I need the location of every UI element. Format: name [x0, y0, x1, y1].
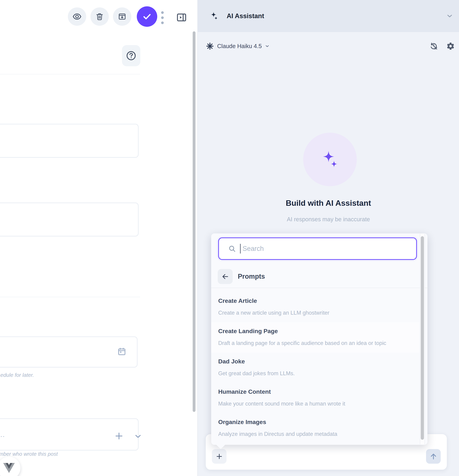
archive-button[interactable]: [113, 7, 131, 26]
plus-icon: [215, 453, 223, 460]
prompts-section-header: Prompts: [218, 269, 265, 284]
author-field-value: ..: [0, 431, 5, 438]
author-hint-text: mber who wrote this post: [0, 451, 58, 457]
search-input[interactable]: [218, 238, 417, 260]
clear-history-icon[interactable]: [430, 42, 438, 50]
v-logo: [0, 457, 20, 476]
slug-field[interactable]: [0, 203, 139, 236]
prompt-item[interactable]: Dad Joke Get great dad jokes from LLMs.: [211, 353, 419, 383]
delete-button[interactable]: [90, 7, 109, 26]
panel-title: AI Assistant: [227, 12, 264, 20]
prompt-title: Organize Images: [218, 418, 412, 425]
sidebar-toggle-button[interactable]: [176, 12, 187, 23]
popup-tail: [216, 444, 225, 449]
save-check-icon: [142, 12, 152, 21]
model-bar: Claude Haiku 4.5: [198, 32, 459, 60]
help-button[interactable]: [122, 45, 140, 66]
more-options-button[interactable]: [161, 11, 164, 24]
publish-date-field[interactable]: [0, 336, 138, 367]
attach-button[interactable]: [212, 449, 226, 464]
add-icon[interactable]: [114, 431, 124, 441]
empty-state-title: Build with AI Assistant: [198, 199, 459, 208]
prompt-description: Analyze images in Directus and update me…: [218, 430, 394, 438]
arrow-up-icon: [429, 452, 437, 460]
section-title: Prompts: [238, 273, 265, 280]
prompt-title: Dad Joke: [218, 358, 412, 365]
title-field[interactable]: [0, 124, 139, 158]
archive-icon: [118, 12, 126, 21]
schedule-hint-text: edule for later.: [0, 372, 34, 378]
prompt-title: Create Landing Page: [218, 327, 412, 335]
prompt-description: Make your content sound more like a huma…: [218, 400, 394, 408]
prompt-item[interactable]: Create Article Create a new article usin…: [211, 292, 419, 322]
prompt-description: Draft a landing page for a specific audi…: [218, 339, 394, 347]
prompt-title: Create Article: [218, 297, 412, 304]
sparkles-icon: [319, 148, 341, 171]
back-button[interactable]: [218, 269, 233, 284]
prompt-item[interactable]: Create Landing Page Draft a landing page…: [211, 322, 419, 353]
section-divider: [0, 74, 140, 74]
arrow-left-icon: [221, 273, 229, 280]
prompt-list: Create Article Create a new article usin…: [211, 288, 419, 443]
send-button[interactable]: [426, 449, 441, 464]
prompt-item[interactable]: Organize Images Analyze images in Direct…: [211, 413, 419, 443]
preview-button[interactable]: [68, 7, 86, 26]
save-button[interactable]: [137, 6, 157, 27]
section-divider: [0, 297, 140, 297]
kebab-menu-icon: [161, 11, 164, 14]
text-caret: [240, 244, 241, 254]
ai-empty-state-graphic: [303, 133, 357, 186]
preview-eye-icon: [72, 12, 82, 21]
chevron-down-icon[interactable]: [133, 432, 143, 441]
calendar-icon[interactable]: [117, 346, 127, 357]
help-circle-icon: [126, 50, 136, 61]
settings-gear-icon[interactable]: [446, 42, 455, 50]
editor-scrollbar[interactable]: [193, 31, 195, 412]
prompt-title: Humanize Content: [218, 388, 412, 395]
model-selector[interactable]: Claude Haiku 4.5: [217, 43, 262, 50]
chevron-down-icon[interactable]: [446, 12, 454, 20]
editor-panel: edule for later. .. mber who wrote this …: [0, 0, 196, 476]
prompt-item[interactable]: Humanize Content Make your content sound…: [211, 383, 419, 413]
prompt-description: Get great dad jokes from LLMs.: [218, 369, 394, 378]
delete-trash-icon: [95, 12, 104, 21]
app-window: edule for later. .. mber who wrote this …: [0, 0, 459, 476]
chevron-down-icon[interactable]: [265, 43, 270, 49]
prompts-popup: Prompts Create Article Create a new arti…: [211, 233, 427, 445]
sparkles-icon: [209, 11, 219, 21]
empty-state-subtitle: AI responses may be inaccurate: [198, 216, 459, 223]
popup-scrollbar-thumb[interactable]: [421, 236, 424, 440]
ai-assistant-header[interactable]: AI Assistant: [198, 0, 459, 32]
prompt-description: Create a new article using an LLM ghostw…: [218, 309, 394, 317]
anthropic-icon: [206, 42, 214, 50]
sidebar-toggle-icon: [176, 12, 187, 23]
